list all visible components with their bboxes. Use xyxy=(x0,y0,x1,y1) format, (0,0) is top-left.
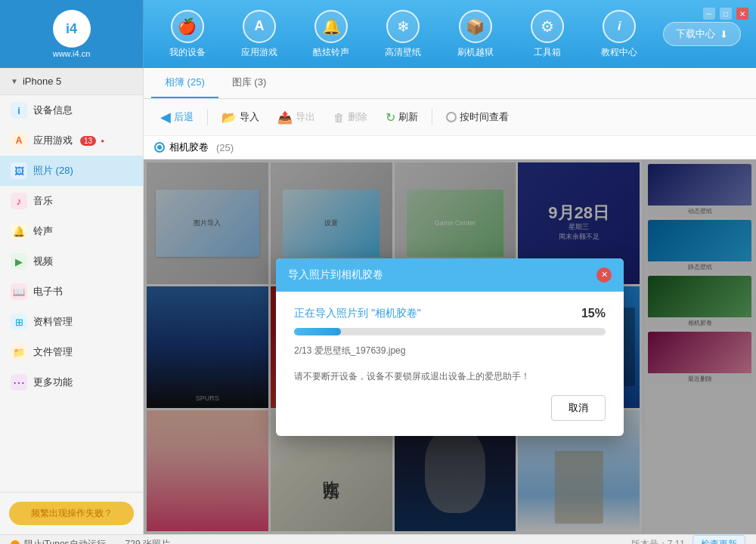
jailbreak-icon: 📦 xyxy=(459,10,492,43)
refresh-icon: ↻ xyxy=(386,110,395,125)
nav-ringtones-label: 酷炫铃声 xyxy=(313,46,349,59)
check-update-button[interactable]: 检查更新 xyxy=(692,535,745,544)
logo: i4 www.i4.cn xyxy=(0,0,144,68)
device-header: ▼ iPhone 5 xyxy=(0,68,143,95)
device-arrow-icon: ▼ xyxy=(11,77,18,85)
progress-bar-background xyxy=(294,328,606,335)
toolbar-divider-2 xyxy=(432,109,432,125)
sidebar-music-label: 音乐 xyxy=(33,194,53,208)
time-view-radio[interactable]: 按时间查看 xyxy=(438,107,516,128)
export-icon: 📤 xyxy=(277,110,293,125)
dialog-body: 正在导入照片到 "相机胶卷" 15% 2/13 爱思壁纸_197639.jpeg… xyxy=(276,292,624,436)
nav-my-device-label: 我的设备 xyxy=(169,46,206,59)
itunes-status-icon xyxy=(11,540,20,544)
nav-toolbox[interactable]: ⚙ 工具箱 xyxy=(521,10,574,59)
app-games-badge: 13 xyxy=(80,136,96,146)
nav-my-device[interactable]: 🍎 我的设备 xyxy=(161,10,214,59)
nav-app-games[interactable]: A 应用游戏 xyxy=(233,10,286,59)
back-label: 后退 xyxy=(174,110,194,124)
nav-tutorials[interactable]: i 教程中心 xyxy=(593,10,646,59)
import-label: 导入 xyxy=(240,110,259,124)
toolbar-divider-1 xyxy=(207,109,208,125)
dialog-title: 导入照片到相机胶卷 xyxy=(288,268,383,282)
sidebar-file-mgr-icon: 📁 xyxy=(11,344,27,360)
photo-toolbar: ◀ 后退 📂 导入 📤 导出 🗑 删除 ↻ 刷新 xyxy=(144,99,756,136)
nav-app-games-label: 应用游戏 xyxy=(241,46,277,59)
nav-jailbreak[interactable]: 📦 刷机越狱 xyxy=(449,10,502,59)
sidebar-item-data-mgr[interactable]: ⊞ 资料管理 xyxy=(0,307,143,337)
dialog-warning-text: 请不要断开设备，设备不要锁屏或退出设备上的爱思助手！ xyxy=(294,369,606,383)
dialog-overlay: 导入照片到相机胶卷 ✕ 正在导入照片到 "相机胶卷" 15% xyxy=(144,159,756,534)
import-button[interactable]: 📂 导入 xyxy=(214,107,267,128)
tab-album[interactable]: 相簿 (25) xyxy=(151,68,218,98)
progress-bar-fill xyxy=(294,328,341,335)
wallpaper-icon: ❄ xyxy=(386,10,420,43)
logo-icon: i4 xyxy=(53,10,91,48)
sidebar-footer: 频繁出现操作失败？ xyxy=(0,492,143,534)
delete-label: 删除 xyxy=(348,110,367,124)
nav-wallpaper[interactable]: ❄ 高清壁纸 xyxy=(376,10,429,59)
logo-text: www.i4.cn xyxy=(53,49,91,58)
status-left: 阻止iTunes自动运行 729 张照片 xyxy=(11,538,624,544)
camera-roll-count: (25) xyxy=(216,142,234,153)
sidebar-data-mgr-icon: ⊞ xyxy=(11,314,27,330)
maximize-button[interactable]: □ xyxy=(720,8,732,20)
sidebar-ebooks-icon: 📖 xyxy=(11,283,27,300)
back-button[interactable]: ◀ 后退 xyxy=(153,105,201,129)
dialog-status-row: 正在导入照片到 "相机胶卷" 15% xyxy=(294,307,606,320)
version-label: 版本号：7.11 xyxy=(631,538,685,544)
sidebar-device-info-label: 设备信息 xyxy=(33,104,73,117)
filter-row: 相机胶卷 (25) xyxy=(144,136,756,159)
back-icon: ◀ xyxy=(160,109,171,125)
dialog-file-info: 2/13 爱思壁纸_197639.jpeg xyxy=(294,345,606,357)
nav-tutorials-label: 教程中心 xyxy=(601,46,637,59)
refresh-button[interactable]: ↻ 刷新 xyxy=(378,107,426,128)
sidebar-item-device-info[interactable]: i 设备信息 xyxy=(0,95,143,125)
photo-area: 图片导入 设置 Game xyxy=(144,159,756,534)
download-center-button[interactable]: 下载中心 ⬇ xyxy=(663,22,741,46)
export-button[interactable]: 📤 导出 xyxy=(270,107,323,128)
dialog-percent: 15% xyxy=(581,307,606,320)
nav-ringtones[interactable]: 🔔 酷炫铃声 xyxy=(305,10,358,59)
toolbox-icon: ⚙ xyxy=(531,10,564,43)
delete-icon: 🗑 xyxy=(333,111,345,124)
sidebar-app-games-icon: A xyxy=(11,132,27,149)
tab-gallery[interactable]: 图库 (3) xyxy=(218,68,280,98)
close-button[interactable]: ✕ xyxy=(736,8,748,20)
import-icon: 📂 xyxy=(222,110,237,125)
sidebar: ▼ iPhone 5 i 设备信息 A 应用游戏 13 ● 🖼 xyxy=(0,68,144,534)
sidebar-item-app-games[interactable]: A 应用游戏 13 ● xyxy=(0,125,143,156)
my-device-icon: 🍎 xyxy=(171,10,204,43)
app-games-icon: A xyxy=(243,10,276,43)
export-label: 导出 xyxy=(296,110,315,124)
camera-roll-radio-inner xyxy=(157,145,162,150)
nav-jailbreak-label: 刷机越狱 xyxy=(457,46,494,59)
sidebar-photos-label: 照片 (28) xyxy=(33,164,73,178)
sidebar-item-music[interactable]: ♪ 音乐 xyxy=(0,186,143,216)
cancel-button[interactable]: 取消 xyxy=(551,395,606,421)
sidebar-app-games-label: 应用游戏 xyxy=(33,134,73,147)
frequent-error-button[interactable]: 频繁出现操作失败？ xyxy=(9,502,134,525)
minimize-button[interactable]: ─ xyxy=(703,8,715,20)
download-icon: ⬇ xyxy=(720,29,728,40)
sidebar-video-icon: ▶ xyxy=(11,253,27,270)
sidebar-item-ebooks[interactable]: 📖 电子书 xyxy=(0,277,143,307)
delete-button[interactable]: 🗑 删除 xyxy=(326,107,375,128)
camera-roll-filter[interactable]: 相机胶卷 (25) xyxy=(154,141,234,154)
content-panel: 相簿 (25) 图库 (3) ◀ 后退 📂 导入 📤 xyxy=(144,68,756,534)
dialog-header: 导入照片到相机胶卷 ✕ xyxy=(276,258,624,292)
nav-items: 🍎 我的设备 A 应用游戏 🔔 酷炫铃声 ❄ 高清壁纸 📦 刷机越狱 ⚙ 工具 xyxy=(144,10,663,59)
ringtones-icon: 🔔 xyxy=(314,10,348,43)
dialog-close-button[interactable]: ✕ xyxy=(596,267,612,283)
nav-wallpaper-label: 高清壁纸 xyxy=(385,46,421,59)
app-games-badge-dot: ● xyxy=(101,138,104,144)
sidebar-item-file-mgr[interactable]: 📁 文件管理 xyxy=(0,337,143,367)
sidebar-item-video[interactable]: ▶ 视频 xyxy=(0,246,143,277)
tutorials-icon: i xyxy=(603,10,636,43)
time-view-radio-circle xyxy=(446,112,457,122)
sidebar-item-more[interactable]: ⋯ 更多功能 xyxy=(0,367,143,397)
sidebar-item-ringtones[interactable]: 🔔 铃声 xyxy=(0,216,143,246)
sidebar-video-label: 视频 xyxy=(33,255,53,268)
sidebar-item-photos[interactable]: 🖼 照片 (28) xyxy=(0,156,143,186)
dialog-status-text: 正在导入照片到 "相机胶卷" xyxy=(294,307,421,320)
